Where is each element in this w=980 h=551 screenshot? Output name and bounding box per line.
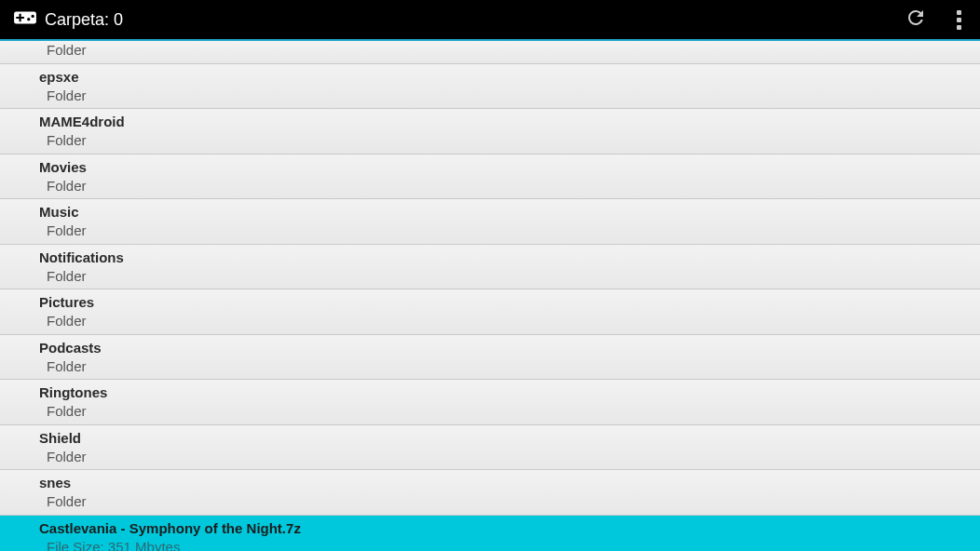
list-item[interactable]: PodcastsFolder — [0, 335, 980, 381]
list-item[interactable]: snesFolder — [0, 470, 980, 516]
item-subtitle: Folder — [39, 131, 980, 150]
gamepad-icon — [13, 6, 37, 34]
list-item[interactable]: MoviesFolder — [0, 155, 980, 200]
item-subtitle: File Size: 351 Mbytes — [39, 538, 980, 552]
item-subtitle: Folder — [39, 492, 980, 511]
overflow-menu-icon[interactable] — [957, 10, 961, 30]
list-item[interactable]: NotificationsFolder — [0, 245, 980, 290]
item-name: Music — [39, 202, 980, 222]
item-subtitle: Folder — [39, 41, 980, 60]
item-name: MAME4droid — [39, 112, 980, 131]
item-subtitle: Folder — [39, 222, 980, 240]
action-bar-left: Carpeta: 0 — [13, 6, 123, 34]
item-name: Pictures — [39, 292, 980, 312]
item-name: Podcasts — [39, 338, 980, 357]
item-name: Movies — [39, 157, 980, 177]
item-name: Castlevania - Symphony of the Night.7z — [39, 518, 980, 538]
list-item[interactable]: PicturesFolder — [0, 289, 980, 335]
list-item[interactable]: Castlevania - Symphony of the Night.7zFi… — [0, 516, 980, 552]
action-bar-right — [905, 7, 967, 33]
item-name: snes — [39, 473, 980, 492]
item-subtitle: Folder — [39, 312, 980, 330]
list-item[interactable]: MAME4droidFolder — [0, 109, 980, 155]
list-item[interactable]: epsxeFolder — [0, 64, 980, 110]
item-subtitle: Folder — [39, 357, 980, 376]
item-name: epsxe — [39, 67, 980, 87]
item-subtitle: Folder — [39, 402, 980, 421]
item-subtitle: Folder — [39, 267, 980, 286]
item-name: Shield — [39, 428, 980, 448]
list-item[interactable]: MusicFolder — [0, 199, 980, 245]
refresh-icon[interactable] — [905, 7, 927, 33]
file-list[interactable]: FolderepsxeFolderMAME4droidFolderMoviesF… — [0, 41, 980, 551]
item-subtitle: Folder — [39, 177, 980, 195]
list-item[interactable]: RingtonesFolder — [0, 380, 980, 425]
action-bar: Carpeta: 0 — [0, 0, 980, 39]
item-subtitle: Folder — [39, 448, 980, 466]
page-title: Carpeta: 0 — [45, 10, 123, 30]
item-name: Notifications — [39, 248, 980, 267]
item-subtitle: Folder — [39, 87, 980, 105]
list-item[interactable]: Folder — [0, 41, 980, 64]
item-name: Ringtones — [39, 383, 980, 402]
list-item[interactable]: ShieldFolder — [0, 425, 980, 471]
